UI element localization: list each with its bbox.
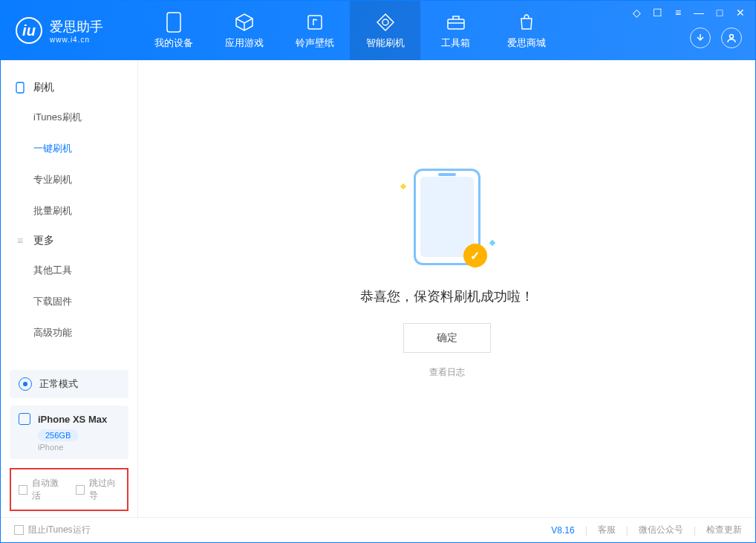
phone-illustration: ✓ [414,169,480,265]
svg-rect-3 [448,19,464,29]
device-row: iPhone XS Max [19,413,120,425]
cube-icon [234,12,255,33]
menu-lines-icon: ≡ [14,235,26,247]
success-message: 恭喜您，保资料刷机成功啦！ [360,287,534,305]
nav-ringtones[interactable]: 铃声壁纸 [279,1,350,60]
sidebar-item-download-firmware[interactable]: 下载固件 [1,286,137,317]
toolbox-icon [446,12,466,33]
view-log-link[interactable]: 查看日志 [429,366,465,379]
sidebar-item-oneclick-flash[interactable]: 一键刷机 [1,133,137,164]
nav-apps-games[interactable]: 应用游戏 [209,1,279,60]
checkbox-block-itunes[interactable]: 阻止iTunes运行 [14,524,91,536]
refresh-icon [375,12,396,33]
nav-label: 工具箱 [441,36,470,50]
nav-my-device[interactable]: 我的设备 [138,1,209,60]
device-info[interactable]: iPhone XS Max 256GB iPhone [10,406,128,459]
sidebar-item-itunes-flash[interactable]: iTunes刷机 [1,102,137,133]
download-button[interactable] [690,27,711,48]
section-title: 刷机 [33,81,54,94]
status-bar: 阻止iTunes运行 V8.16 | 客服 | 微信公众号 | 检查更新 [1,517,755,542]
success-check-icon: ✓ [463,244,487,267]
maximize-button[interactable]: □ [714,7,726,19]
mode-indicator-icon [19,377,32,391]
phone-notch [438,173,456,176]
sparkle-icon [400,183,405,189]
checkbox-label: 自动激活 [32,477,62,502]
sidebar-item-other-tools[interactable]: 其他工具 [1,255,137,286]
divider: | [585,525,587,536]
menu-icon[interactable]: ≡ [672,7,684,19]
sidebar-section-more: ≡ 更多 其他工具 下载固件 高级功能 [1,227,137,348]
divider: | [694,525,696,536]
device-panel: 正常模式 iPhone XS Max 256GB iPhone [10,370,128,459]
app-url: www.i4.cn [50,36,103,44]
tshirt-icon[interactable]: ◇ [630,7,642,19]
device-name: iPhone XS Max [38,414,107,425]
phone-screen [420,177,474,257]
svg-point-2 [382,19,388,25]
phone-outline-icon [14,82,26,94]
main-content: ✓ 恭喜您，保资料刷机成功啦！ 确定 查看日志 [138,60,755,517]
phone-small-icon [19,413,30,425]
checkbox-auto-activate[interactable]: 自动激活 [19,477,62,502]
main-nav: 我的设备 应用游戏 铃声壁纸 智能刷机 工具箱 爱思商城 [138,1,561,60]
sidebar: 刷机 iTunes刷机 一键刷机 专业刷机 批量刷机 ≡ 更多 其他工具 下载固… [1,60,138,517]
footer-link-wechat[interactable]: 微信公众号 [639,524,683,536]
logo-area: iu 爱思助手 www.i4.cn [1,17,138,44]
nav-label: 铃声壁纸 [296,36,334,50]
checkbox-skip-guide[interactable]: 跳过向导 [76,477,120,502]
section-header-more[interactable]: ≡ 更多 [1,227,137,255]
svg-rect-1 [308,16,322,29]
nav-label: 智能刷机 [366,36,405,50]
footer-link-support[interactable]: 客服 [598,524,616,536]
body: 刷机 iTunes刷机 一键刷机 专业刷机 批量刷机 ≡ 更多 其他工具 下载固… [1,60,755,517]
storage-badge: 256GB [38,429,78,441]
nav-toolbox[interactable]: 工具箱 [420,1,491,60]
device-type: iPhone [38,443,120,452]
device-icon [163,12,184,33]
sidebar-item-pro-flash[interactable]: 专业刷机 [1,164,137,195]
checkbox-icon [14,525,24,535]
nav-shop[interactable]: 爱思商城 [491,1,561,60]
checkbox-icon [19,485,27,495]
sidebar-item-advanced[interactable]: 高级功能 [1,317,137,348]
mode-label: 正常模式 [39,377,78,391]
nav-label: 我的设备 [154,36,193,50]
footer-link-update[interactable]: 检查更新 [706,524,742,536]
svg-point-4 [730,35,734,39]
mode-box[interactable]: 正常模式 [10,370,128,398]
nav-label: 爱思商城 [507,36,546,50]
nav-flash[interactable]: 智能刷机 [350,1,420,60]
version-label: V8.16 [551,525,574,536]
logo-text: 爱思助手 www.i4.cn [50,18,103,44]
user-button[interactable] [721,27,742,48]
svg-rect-0 [167,13,180,32]
sidebar-item-batch-flash[interactable]: 批量刷机 [1,195,137,227]
footer-right: V8.16 | 客服 | 微信公众号 | 检查更新 [551,524,742,536]
checkbox-icon [76,485,85,495]
lock-icon[interactable]: ☐ [651,7,663,19]
success-panel: ✓ 恭喜您，保资料刷机成功啦！ 确定 查看日志 [360,169,534,379]
svg-rect-5 [16,82,24,93]
header-actions [690,27,742,48]
sparkle-icon [489,240,495,246]
divider: | [626,525,628,536]
window-controls: ◇ ☐ ≡ — □ ✕ [630,7,746,19]
app-logo-icon: iu [16,17,42,44]
minimize-button[interactable]: — [693,7,705,19]
title-bar: iu 爱思助手 www.i4.cn 我的设备 应用游戏 铃声壁纸 智能刷机 工具… [1,1,755,60]
close-button[interactable]: ✕ [734,7,746,19]
app-name: 爱思助手 [50,18,103,36]
ok-button[interactable]: 确定 [403,323,491,353]
checkbox-label: 阻止iTunes运行 [28,524,91,536]
shop-icon [516,12,537,33]
music-icon [304,12,325,33]
section-title: 更多 [33,234,54,247]
sidebar-section-flash: 刷机 iTunes刷机 一键刷机 专业刷机 批量刷机 [1,74,137,227]
flash-options-highlighted: 自动激活 跳过向导 [10,468,128,511]
nav-label: 应用游戏 [225,36,264,50]
checkbox-label: 跳过向导 [89,477,120,502]
section-header-flash[interactable]: 刷机 [1,74,137,102]
